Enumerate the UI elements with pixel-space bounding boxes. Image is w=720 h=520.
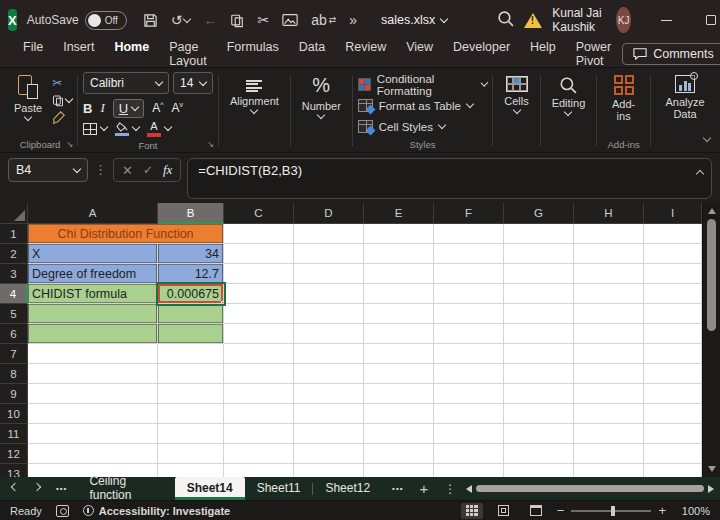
row-header-9[interactable]: 9 (0, 384, 28, 404)
page-break-view-button[interactable] (525, 503, 547, 519)
avatar[interactable]: KJ (616, 7, 631, 33)
cell-B8[interactable] (158, 364, 224, 384)
cell-C8[interactable] (224, 364, 294, 384)
row-header-10[interactable]: 10 (0, 404, 28, 424)
collapse-ribbon-icon[interactable] (704, 130, 710, 144)
format-as-table-button[interactable]: Format as Table (358, 96, 488, 116)
shrink-font-button[interactable]: Av (171, 101, 183, 115)
cell-E9[interactable] (364, 384, 434, 404)
cell-A3[interactable]: Degree of freedom (28, 264, 158, 284)
cell-A12[interactable] (28, 444, 158, 464)
cell-A7[interactable] (28, 344, 158, 364)
cell-C1[interactable] (224, 224, 294, 244)
cell-I13[interactable] (644, 464, 702, 477)
sheet-list-icon[interactable]: ••• (50, 484, 73, 493)
row-header-6[interactable]: 6 (0, 324, 28, 344)
formula-input[interactable]: =CHIDIST(B2,B3) (187, 158, 712, 199)
cell-D13[interactable] (294, 464, 364, 477)
zoom-out-button[interactable]: − (557, 503, 565, 518)
cell-F8[interactable] (434, 364, 504, 384)
excel-logo-icon[interactable]: X (8, 9, 17, 31)
autosave-control[interactable]: AutoSave Off (27, 11, 127, 30)
cell-F13[interactable] (434, 464, 504, 477)
cell-A6[interactable] (28, 324, 158, 344)
cell-G3[interactable] (504, 264, 574, 284)
borders-button[interactable] (83, 123, 107, 135)
cell-C13[interactable] (224, 464, 294, 477)
copy-icon[interactable] (230, 13, 244, 28)
cell-C11[interactable] (224, 424, 294, 444)
cell-I5[interactable] (644, 304, 702, 324)
sheet-tab-ceiling-function[interactable]: Ceiling function (77, 471, 174, 506)
cell-H11[interactable] (574, 424, 644, 444)
conditional-formatting-button[interactable]: Conditional Formatting (358, 74, 488, 95)
cell-A1[interactable]: Chi Distribution Function (28, 224, 224, 244)
cell-E13[interactable] (364, 464, 434, 477)
next-sheet-icon[interactable] (28, 487, 46, 490)
underline-button[interactable]: U (113, 99, 144, 118)
column-header-D[interactable]: D (294, 203, 364, 224)
cell-E3[interactable] (364, 264, 434, 284)
cell-I4[interactable] (644, 284, 702, 304)
cell-C6[interactable] (224, 324, 294, 344)
save-icon[interactable] (143, 13, 158, 28)
cell-B4[interactable]: 0.000675 (158, 284, 224, 304)
paste-picture-icon[interactable] (282, 13, 298, 27)
cell-H1[interactable] (574, 224, 644, 244)
cell-F7[interactable] (434, 344, 504, 364)
cell-G6[interactable] (504, 324, 574, 344)
cell-D5[interactable] (294, 304, 364, 324)
cell-H10[interactable] (574, 404, 644, 424)
scroll-down-icon[interactable] (708, 466, 716, 472)
find-replace-icon[interactable]: ab⇄ (311, 12, 336, 28)
cell-H5[interactable] (574, 304, 644, 324)
cell-D8[interactable] (294, 364, 364, 384)
sheet-tab-sheet11[interactable]: Sheet11 (245, 478, 313, 499)
cell-G7[interactable] (504, 344, 574, 364)
insert-function-button[interactable]: fx (163, 162, 172, 178)
cell-I10[interactable] (644, 404, 702, 424)
cell-A2[interactable]: X (28, 244, 158, 264)
cell-F6[interactable] (434, 324, 504, 344)
cell-I12[interactable] (644, 444, 702, 464)
select-all-button[interactable] (0, 203, 28, 224)
cell-E12[interactable] (364, 444, 434, 464)
cell-B12[interactable] (158, 444, 224, 464)
copy-button[interactable] (52, 94, 72, 107)
column-header-I[interactable]: I (644, 203, 702, 224)
cell-D3[interactable] (294, 264, 364, 284)
cell-D4[interactable] (294, 284, 364, 304)
cell-G2[interactable] (504, 244, 574, 264)
cell-C2[interactable] (224, 244, 294, 264)
cell-I6[interactable] (644, 324, 702, 344)
cell-C9[interactable] (224, 384, 294, 404)
zoom-slider[interactable] (571, 510, 651, 512)
sheet-tab-sheet14[interactable]: Sheet14 (175, 477, 245, 500)
addins-button[interactable]: Add-ins (602, 72, 645, 125)
cell-E10[interactable] (364, 404, 434, 424)
cell-A9[interactable] (28, 384, 158, 404)
cell-F2[interactable] (434, 244, 504, 264)
sheet-tab-sheet12[interactable]: Sheet12 (313, 478, 382, 499)
cell-C4[interactable] (224, 284, 294, 304)
cell-B2[interactable]: 34 (158, 244, 224, 264)
cell-I2[interactable] (644, 244, 702, 264)
grow-font-button[interactable]: A^ (152, 101, 163, 115)
cell-F1[interactable] (434, 224, 504, 244)
analyze-data-button[interactable]: Analyze Data (656, 72, 714, 123)
cell-C7[interactable] (224, 344, 294, 364)
column-header-G[interactable]: G (504, 203, 574, 224)
cell-B9[interactable] (158, 384, 224, 404)
bold-button[interactable]: B (83, 101, 92, 116)
paste-button[interactable]: Paste (8, 72, 48, 124)
cell-I8[interactable] (644, 364, 702, 384)
row-header-2[interactable]: 2 (0, 244, 28, 264)
cut-button[interactable]: ✂ (52, 76, 72, 90)
page-layout-view-button[interactable] (493, 503, 515, 519)
row-header-4[interactable]: 4 (0, 284, 28, 304)
editing-button[interactable]: Editing (546, 72, 592, 118)
cell-I7[interactable] (644, 344, 702, 364)
cell-A10[interactable] (28, 404, 158, 424)
scroll-left-icon[interactable] (466, 485, 472, 493)
search-icon[interactable] (497, 10, 514, 30)
